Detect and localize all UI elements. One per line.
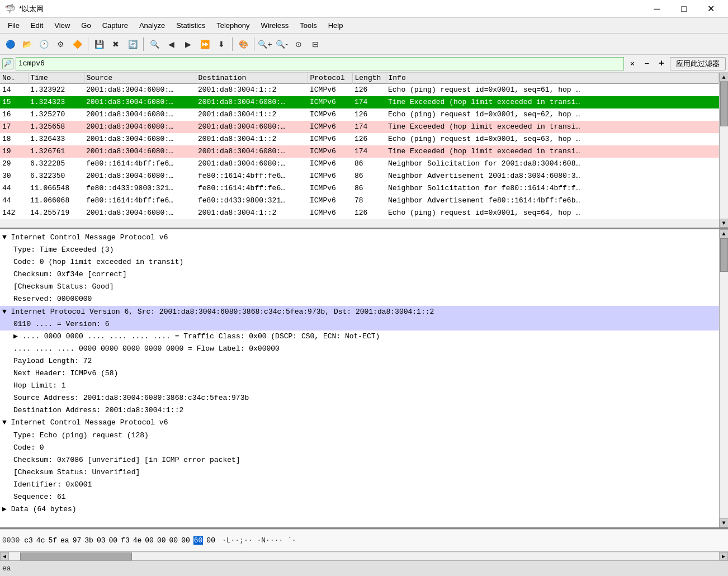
packet-table-header: No. Time Source Destination Protocol Len… — [0, 73, 719, 84]
zoom-out-button[interactable]: 🔍- — [274, 36, 290, 52]
hex-byte[interactable]: 5f — [48, 536, 57, 545]
filter-clear-button[interactable]: ✕ — [626, 58, 639, 70]
detail-vscrollbar[interactable]: ▲ ▼ — [719, 229, 728, 527]
table-row[interactable]: 19 1.326761 2001:da8:3004:6080:… 2001:da… — [0, 145, 719, 158]
hex-byte[interactable]: 3b — [84, 536, 93, 545]
apply-filter-button[interactable]: 应用此过滤器 — [670, 57, 726, 70]
table-row[interactable]: 142 14.255719 2001:da8:3004:6080:… 2001:… — [0, 207, 719, 219]
hscroll-track[interactable] — [9, 553, 719, 560]
hex-byte[interactable]: 03 — [97, 536, 106, 545]
hex-byte[interactable]: 00 — [181, 536, 190, 545]
hex-byte[interactable]: 00 — [157, 536, 166, 545]
cell-time: 11.066068 — [28, 195, 84, 207]
hex-byte[interactable]: c3 — [24, 536, 33, 545]
col-source[interactable]: Source — [84, 73, 196, 84]
vscroll-track[interactable] — [720, 82, 728, 219]
table-row[interactable]: 17 1.325658 2001:da8:3004:6080:… 2001:da… — [0, 121, 719, 133]
new-capture-button[interactable]: 🔵 — [2, 36, 18, 52]
packet-list-vscrollbar[interactable]: ▲ ▼ — [719, 73, 728, 228]
prev-button[interactable]: ◀ — [163, 36, 179, 52]
table-row[interactable]: 29 6.322285 fe80::1614:4bff:fe6… 2001:da… — [0, 158, 719, 170]
detail-vscroll-track[interactable] — [720, 238, 728, 518]
table-row[interactable]: 14 1.323922 2001:da8:3004:6080:… 2001:da… — [0, 84, 719, 96]
recent-button[interactable]: 🕐 — [36, 36, 51, 52]
filter-input[interactable] — [16, 57, 624, 70]
col-proto[interactable]: Protocol — [308, 73, 352, 84]
col-dest[interactable]: Destination — [196, 73, 308, 84]
menu-view[interactable]: View — [49, 20, 75, 31]
detail-line: Checksum: 0xf34e [correct] — [0, 268, 719, 281]
zoom-in-button[interactable]: 🔍+ — [257, 36, 273, 52]
vscroll-up-button[interactable]: ▲ — [720, 73, 729, 82]
detail-line[interactable]: ▶ Data (64 bytes) — [0, 503, 719, 516]
cell-src: 2001:da8:3004:6080:… — [84, 96, 196, 108]
hex-byte[interactable]: 00 — [145, 536, 154, 545]
table-row[interactable]: 18 1.326433 2001:da8:3004:6080:… 2001:da… — [0, 133, 719, 145]
hex-byte[interactable]: 4c — [36, 536, 45, 545]
find-button[interactable]: 🔍 — [146, 36, 162, 52]
close-button[interactable]: ✕ — [698, 0, 724, 18]
menu-wireless[interactable]: Wireless — [255, 20, 294, 31]
color-button[interactable]: 🎨 — [235, 36, 251, 52]
hex-byte[interactable]: 97 — [73, 536, 82, 545]
menu-file[interactable]: File — [2, 20, 25, 31]
hex-byte[interactable]: f3 — [121, 536, 130, 545]
detail-line[interactable]: ▶ .... 0000 0000 .... .... .... .... = T… — [0, 331, 719, 343]
hex-byte[interactable]: 00 — [108, 536, 117, 545]
menu-analyze[interactable]: Analyze — [134, 20, 171, 31]
detail-vscroll-thumb[interactable] — [720, 238, 728, 272]
table-row[interactable]: 44 11.066068 fe80::1614:4bff:fe6… fe80::… — [0, 195, 719, 207]
col-no[interactable]: No. — [0, 73, 28, 84]
menu-help[interactable]: Help — [323, 20, 349, 31]
detail-vscroll-up[interactable]: ▲ — [720, 229, 729, 238]
col-info[interactable]: Info — [386, 73, 719, 84]
hscroll-thumb[interactable] — [20, 553, 132, 560]
table-row[interactable]: 30 6.322350 2001:da8:3004:6080:… fe80::1… — [0, 170, 719, 182]
filter-minus-button[interactable]: – — [641, 58, 653, 70]
hex-byte[interactable]: 00 — [169, 536, 178, 545]
menu-statistics[interactable]: Statistics — [171, 20, 211, 31]
next-button[interactable]: ▶ — [180, 36, 196, 52]
save-button[interactable]: 💾 — [91, 36, 107, 52]
vscroll-thumb[interactable] — [720, 82, 728, 126]
cell-time: 6.322350 — [28, 170, 84, 182]
hex-byte[interactable]: 60 — [193, 536, 204, 545]
table-row[interactable]: 15 1.324323 2001:da8:3004:6080:… 2001:da… — [0, 96, 719, 108]
cell-no: 15 — [0, 96, 28, 108]
hex-byte[interactable]: 4e — [133, 536, 142, 545]
detail-line[interactable]: ▼ Internet Control Message Protocol v6 — [0, 417, 719, 429]
detail-line: Hop Limit: 1 — [0, 380, 719, 392]
cell-len: 78 — [352, 195, 386, 207]
detail-vscroll-down[interactable]: ▼ — [720, 518, 729, 527]
maximize-button[interactable]: □ — [671, 0, 697, 18]
col-time[interactable]: Time — [28, 73, 84, 84]
menu-telephony[interactable]: Telephony — [211, 20, 255, 31]
menu-go[interactable]: Go — [75, 20, 96, 31]
col-len[interactable]: Length — [352, 73, 386, 84]
scroll-to-button[interactable]: ⏩ — [197, 36, 212, 52]
minimize-button[interactable]: ─ — [644, 0, 670, 18]
reload-button[interactable]: 🔄 — [125, 36, 140, 52]
cell-src: fe80::1614:4bff:fe6… — [84, 195, 196, 207]
hex-byte[interactable]: ea — [60, 536, 69, 545]
detail-line[interactable]: ▼ Internet Protocol Version 6, Src: 2001… — [0, 306, 719, 318]
table-row[interactable]: 16 1.325270 2001:da8:3004:6080:… 2001:da… — [0, 108, 719, 121]
menu-edit[interactable]: Edit — [25, 20, 49, 31]
filter-plus-button[interactable]: + — [655, 58, 668, 70]
menu-tools[interactable]: Tools — [294, 20, 322, 31]
settings-button[interactable]: ⚙ — [53, 36, 68, 52]
vscroll-down-button[interactable]: ▼ — [720, 219, 729, 228]
hscroll-right-button[interactable]: ▶ — [719, 552, 728, 561]
hex-hscrollbar[interactable]: ◀ ▶ — [0, 551, 728, 560]
zoom-reset-button[interactable]: ⊙ — [291, 36, 306, 52]
open-button[interactable]: 📂 — [19, 36, 35, 52]
hex-byte[interactable]: 00 — [206, 536, 215, 545]
close-capture-button[interactable]: 🔶 — [69, 36, 85, 52]
table-row[interactable]: 44 11.066548 fe80::d433:9800:321… fe80::… — [0, 182, 719, 195]
close-file-button[interactable]: ✖ — [108, 36, 124, 52]
resize-columns-button[interactable]: ⊟ — [308, 36, 323, 52]
hscroll-left-button[interactable]: ◀ — [0, 552, 9, 561]
detail-line[interactable]: ▼ Internet Control Message Protocol v6 — [0, 232, 719, 244]
go-to-button[interactable]: ⬇ — [214, 36, 229, 52]
menu-capture[interactable]: Capture — [97, 20, 134, 31]
